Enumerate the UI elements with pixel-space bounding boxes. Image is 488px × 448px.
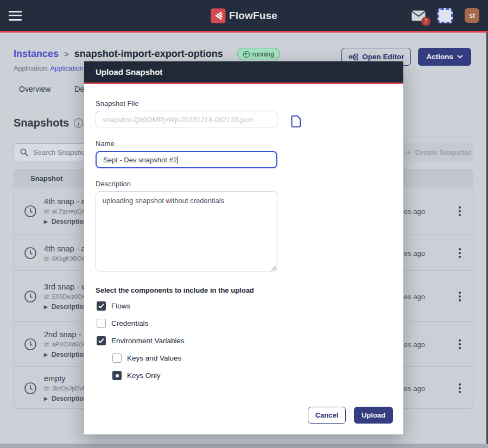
triangle-right-icon: ▶ (44, 219, 48, 224)
triangle-right-icon: ▶ (44, 304, 48, 310)
description-expander[interactable]: ▶Description (44, 218, 87, 225)
snapshot-time: es ago (404, 340, 425, 348)
flowfuse-logo-icon (211, 8, 225, 23)
name-value: Sept - Dev snapshot #2 (103, 156, 177, 164)
cancel-button[interactable]: Cancel (308, 407, 346, 424)
status-badge: running (237, 48, 280, 60)
flowfuse-logo-text: FlowFuse (229, 10, 277, 22)
breadcrumb-instances-link[interactable]: Instances (14, 48, 59, 60)
text-caret (178, 156, 178, 164)
modal-body: Snapshot File Name Sept - Dev snapshot #… (84, 84, 403, 433)
description-label: Description (96, 180, 131, 188)
chevron-down-icon (457, 55, 463, 59)
modal-header: Upload Snapshot (84, 61, 403, 84)
breadcrumb-separator: > (64, 49, 69, 59)
kebab-menu-icon[interactable] (459, 339, 461, 349)
search-icon (20, 148, 28, 156)
kebab-menu-icon[interactable] (459, 206, 461, 216)
top-navbar: FlowFuse 2 st (0, 0, 488, 33)
upload-button[interactable]: Upload (354, 407, 393, 424)
snapshot-name: empty (44, 374, 87, 383)
snapshot-id: id: E06Dwz0Oxp (44, 293, 88, 300)
snapshot-id: id: 3kzOyJpDvM (44, 385, 87, 392)
snapshots-heading-text: Snapshots (14, 117, 69, 129)
snapshot-time: es ago (404, 384, 425, 393)
triangle-right-icon: ▶ (44, 352, 48, 357)
name-label: Name (96, 140, 115, 148)
status-badge-label: running (252, 51, 274, 58)
clock-icon (24, 247, 37, 260)
snapshot-time: es ago (404, 207, 425, 215)
team-grid-icon[interactable] (438, 8, 453, 23)
components-label: Select the components to include in the … (96, 286, 254, 294)
snapshot-time: es ago (404, 249, 425, 257)
snapshot-name: 4th snap - a (44, 197, 87, 206)
radio-keys-only[interactable]: Keys Only (112, 371, 161, 380)
snapshot-time: es ago (404, 292, 425, 300)
checkbox-checked-icon[interactable] (97, 301, 106, 311)
open-editor-label: Open Editor (362, 53, 404, 61)
page-title: snapshot-import-export-options (74, 48, 223, 60)
running-play-icon (243, 51, 250, 58)
description-expander[interactable]: ▶Description (44, 303, 88, 311)
clock-icon (24, 290, 37, 303)
user-avatar[interactable]: st (465, 8, 479, 23)
description-expander[interactable]: ▶Description (44, 395, 87, 402)
create-snapshot-button[interactable]: + Create Snapshot (404, 143, 473, 161)
actions-label: Actions (426, 53, 453, 61)
kebab-menu-icon[interactable] (459, 383, 461, 393)
kebab-menu-icon[interactable] (459, 292, 461, 301)
checkbox-checked-icon[interactable] (97, 336, 106, 345)
name-input[interactable]: Sept - Dev snapshot #2 (96, 151, 277, 168)
checkbox-unchecked-icon[interactable] (112, 354, 122, 363)
triangle-right-icon: ▶ (44, 396, 48, 401)
window-bottom-strip (0, 444, 488, 448)
snapshots-heading: Snapshots i (14, 117, 83, 129)
create-snapshot-label: Create Snapshot (415, 148, 471, 156)
checkbox-keys-and-values[interactable]: Keys and Values (112, 354, 181, 363)
flowfuse-logo: FlowFuse (211, 8, 277, 23)
clock-icon (24, 382, 37, 395)
hamburger-menu-icon[interactable] (9, 11, 22, 21)
snapshot-id: id: 6KbgK9BO4a (44, 255, 88, 262)
breadcrumb: Instances > snapshot-import-export-optio… (14, 48, 280, 60)
tab-overview[interactable]: Overview (19, 85, 50, 93)
notifications-mail-icon[interactable]: 2 (411, 10, 426, 21)
checkbox-unchecked-icon[interactable] (97, 319, 106, 328)
snapshot-id: id: aLZgrzegQA (44, 208, 87, 214)
checkbox-environment-variables[interactable]: Environment Variables (97, 336, 185, 345)
snapshot-name: 3rd snap - w (44, 282, 88, 291)
checkbox-flows[interactable]: Flows (97, 301, 130, 311)
clock-icon (24, 338, 37, 351)
file-picker-document-icon[interactable] (291, 115, 302, 128)
application-row: Application: Application (14, 65, 84, 72)
checkbox-credentials[interactable]: Credentials (97, 319, 148, 328)
flow-editor-icon (348, 53, 358, 61)
upload-snapshot-modal: Upload Snapshot Snapshot File Name Sept … (84, 61, 403, 434)
snapshot-name: 4th snap - a (44, 244, 88, 253)
clock-icon (24, 205, 37, 218)
snapshot-file-label: Snapshot File (96, 99, 139, 108)
actions-button[interactable]: Actions (418, 48, 471, 66)
application-label: Application: (14, 65, 49, 72)
search-placeholder: Search Snapshots (33, 148, 91, 156)
description-textarea[interactable] (96, 191, 277, 272)
application-link[interactable]: Application (50, 65, 83, 72)
snapshot-file-input[interactable] (96, 111, 277, 128)
mail-badge-count: 2 (421, 17, 430, 26)
app-window: FlowFuse 2 st Instances > snapshot-impor… (0, 0, 488, 448)
radio-selected-icon[interactable] (112, 371, 122, 380)
kebab-menu-icon[interactable] (459, 248, 461, 258)
plus-icon: + (406, 148, 411, 157)
modal-title: Upload Snapshot (96, 67, 162, 77)
info-icon[interactable]: i (74, 118, 83, 128)
